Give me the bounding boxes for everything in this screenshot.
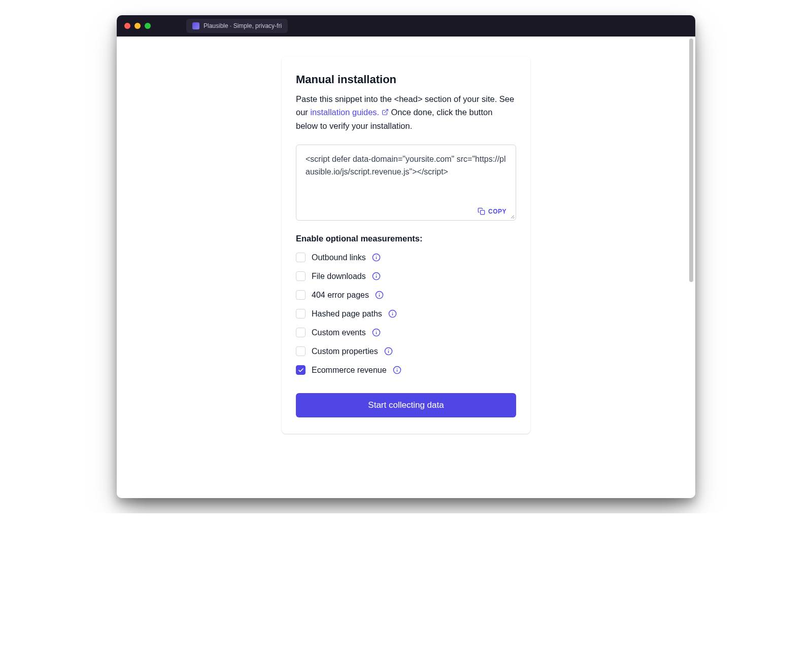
copy-button[interactable]: COPY [478, 207, 506, 215]
option-row: File downloads [296, 271, 516, 281]
option-label: 404 error pages [312, 291, 369, 300]
copy-label: COPY [488, 208, 506, 215]
browser-window: Plausible · Simple, privacy-frien Manual… [117, 15, 695, 498]
snippet-text: <script defer data-domain="yoursite.com"… [306, 153, 506, 179]
checkbox[interactable] [296, 328, 306, 337]
checkbox[interactable] [296, 290, 306, 300]
window-close-button[interactable] [124, 23, 130, 29]
info-icon[interactable] [372, 328, 381, 337]
checkbox[interactable] [296, 253, 306, 262]
option-row: Custom properties [296, 346, 516, 356]
external-link-icon [382, 109, 389, 116]
section-label: Enable optional measurements: [296, 234, 516, 243]
option-row: 404 error pages [296, 290, 516, 300]
option-label: Custom properties [312, 347, 378, 356]
option-row: Hashed page paths [296, 309, 516, 319]
plausible-favicon [192, 22, 199, 29]
option-row: Outbound links [296, 253, 516, 262]
start-collecting-button[interactable]: Start collecting data [296, 393, 516, 417]
svg-rect-1 [481, 210, 485, 215]
window-minimize-button[interactable] [134, 23, 141, 29]
browser-tab[interactable]: Plausible · Simple, privacy-frien [186, 19, 288, 33]
installation-guides-link[interactable]: installation guides. [310, 108, 388, 117]
info-icon[interactable] [372, 272, 381, 280]
option-row: Custom events [296, 328, 516, 337]
traffic-lights [124, 23, 151, 29]
title-bar: Plausible · Simple, privacy-frien [117, 15, 695, 37]
option-label: Hashed page paths [312, 309, 382, 319]
checkbox[interactable] [296, 346, 306, 356]
installation-card: Manual installation Paste this snippet i… [282, 57, 530, 434]
option-label: Ecommerce revenue [312, 366, 387, 375]
scrollbar-thumb[interactable] [689, 39, 693, 282]
checkbox[interactable] [296, 271, 306, 281]
snippet-box[interactable]: <script defer data-domain="yoursite.com"… [296, 145, 516, 221]
options-list: Outbound linksFile downloads404 error pa… [296, 253, 516, 375]
scrollbar-track[interactable] [689, 39, 693, 496]
card-title: Manual installation [296, 73, 516, 86]
info-icon[interactable] [393, 366, 401, 374]
option-label: Custom events [312, 328, 366, 337]
info-icon[interactable] [388, 309, 397, 318]
info-icon[interactable] [372, 253, 381, 262]
svg-line-0 [385, 110, 388, 113]
window-maximize-button[interactable] [145, 23, 151, 29]
copy-icon [478, 207, 485, 215]
option-label: Outbound links [312, 253, 366, 262]
resize-handle[interactable] [509, 213, 515, 219]
content-area: Manual installation Paste this snippet i… [117, 37, 695, 498]
checkbox[interactable] [296, 309, 306, 319]
option-label: File downloads [312, 272, 366, 281]
checkbox[interactable] [296, 365, 306, 375]
info-icon[interactable] [384, 347, 393, 356]
info-icon[interactable] [375, 291, 384, 299]
option-row: Ecommerce revenue [296, 365, 516, 375]
tab-title: Plausible · Simple, privacy-frien [204, 22, 282, 29]
card-description: Paste this snippet into the <head> secti… [296, 92, 516, 132]
